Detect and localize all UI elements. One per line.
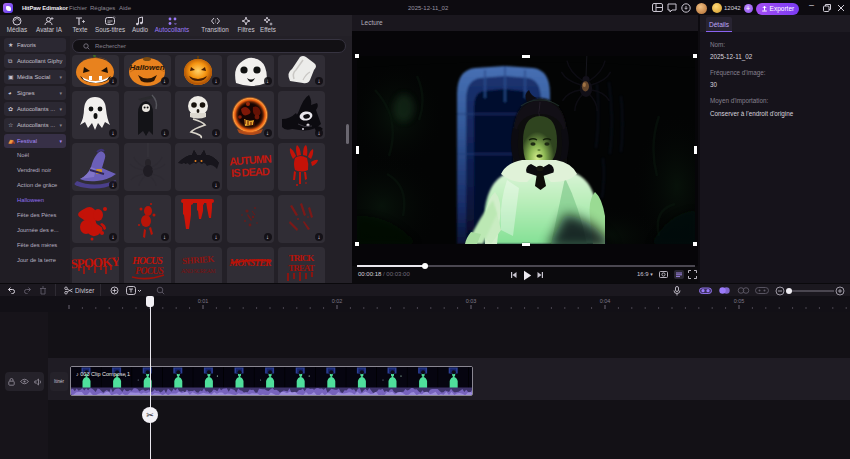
svg-text:POCUS: POCUS bbox=[135, 265, 164, 276]
svg-text:TRICK: TRICK bbox=[289, 253, 315, 263]
svg-text:SHRIEK: SHRIEK bbox=[182, 254, 215, 266]
svg-text:Hallowen: Hallowen bbox=[129, 63, 164, 72]
svg-text:TREAT: TREAT bbox=[288, 263, 314, 273]
svg-text:IS DEAD: IS DEAD bbox=[230, 165, 269, 179]
svg-text:AND SCREAM: AND SCREAM bbox=[181, 268, 216, 274]
